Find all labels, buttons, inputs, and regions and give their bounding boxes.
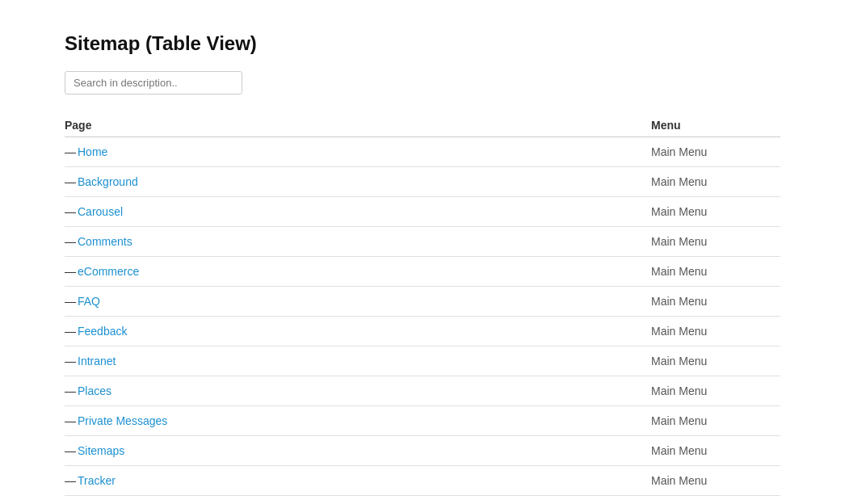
menu-cell: Main Menu bbox=[651, 287, 780, 317]
page-link[interactable]: eCommerce bbox=[78, 265, 139, 278]
dash-separator: — bbox=[65, 205, 76, 218]
table-row: —CommentsMain Menu bbox=[65, 227, 780, 257]
page-link[interactable]: Intranet bbox=[78, 355, 116, 368]
table-row: —IntranetMain Menu bbox=[65, 346, 780, 376]
page-cell: —eCommerce bbox=[65, 257, 651, 287]
dash-separator: — bbox=[65, 145, 76, 158]
page-cell: —Home bbox=[65, 137, 651, 167]
page-cell: —Private Messages bbox=[65, 406, 651, 436]
page-link[interactable]: Home bbox=[78, 145, 107, 158]
page-link[interactable]: Tracker bbox=[78, 474, 116, 487]
table-row: —FeedbackMain Menu bbox=[65, 317, 780, 346]
menu-cell: Main Menu bbox=[651, 406, 780, 436]
menu-cell: Main Menu bbox=[651, 167, 780, 197]
table-row: —FAQMain Menu bbox=[65, 287, 780, 317]
page-cell: —Feedback bbox=[65, 317, 651, 346]
dash-separator: — bbox=[65, 444, 76, 457]
col-header-page: Page bbox=[65, 114, 651, 137]
menu-cell: Main Menu bbox=[651, 376, 780, 406]
menu-cell: Main Menu bbox=[651, 137, 780, 167]
menu-cell: Main Menu bbox=[651, 436, 780, 466]
dash-separator: — bbox=[65, 175, 76, 188]
dash-separator: — bbox=[65, 384, 76, 397]
page-cell: —Places bbox=[65, 376, 651, 406]
table-row: —Private MessagesMain Menu bbox=[65, 406, 780, 436]
menu-cell: Main Menu bbox=[651, 227, 780, 257]
table-row: —BackgroundMain Menu bbox=[65, 167, 780, 197]
menu-cell: Main Menu bbox=[651, 496, 780, 505]
page-title: Sitemap (Table View) bbox=[65, 32, 780, 55]
dash-separator: — bbox=[65, 265, 76, 278]
page-cell: —FAQ bbox=[65, 287, 651, 317]
page-cell: —Tracker bbox=[65, 466, 651, 496]
table-row: —HomeMain Menu bbox=[65, 137, 780, 167]
table-row: —User NotesMain Menu bbox=[65, 496, 780, 505]
page-link[interactable]: Comments bbox=[78, 235, 132, 248]
page-cell: —Carousel bbox=[65, 197, 651, 227]
page-link[interactable]: Places bbox=[78, 384, 111, 397]
dash-separator: — bbox=[65, 295, 76, 308]
menu-cell: Main Menu bbox=[651, 257, 780, 287]
sitemap-table: Page Menu —HomeMain Menu—BackgroundMain … bbox=[65, 114, 780, 504]
page-cell: —Background bbox=[65, 167, 651, 197]
menu-cell: Main Menu bbox=[651, 466, 780, 496]
page-link[interactable]: Private Messages bbox=[78, 414, 167, 427]
menu-cell: Main Menu bbox=[651, 317, 780, 346]
dash-separator: — bbox=[65, 474, 76, 487]
col-header-menu: Menu bbox=[651, 114, 780, 137]
page-link[interactable]: Sitemaps bbox=[78, 444, 124, 457]
page-link[interactable]: Feedback bbox=[78, 325, 127, 338]
search-input[interactable] bbox=[65, 71, 242, 94]
dash-separator: — bbox=[65, 355, 76, 368]
table-row: —SitemapsMain Menu bbox=[65, 436, 780, 466]
menu-cell: Main Menu bbox=[651, 346, 780, 376]
menu-cell: Main Menu bbox=[651, 197, 780, 227]
page-link[interactable]: Carousel bbox=[78, 205, 123, 218]
table-row: —TrackerMain Menu bbox=[65, 466, 780, 496]
table-row: —eCommerceMain Menu bbox=[65, 257, 780, 287]
dash-separator: — bbox=[65, 325, 76, 338]
table-row: —PlacesMain Menu bbox=[65, 376, 780, 406]
page-container: Sitemap (Table View) Page Menu —HomeMain… bbox=[0, 0, 845, 504]
page-link[interactable]: Background bbox=[78, 175, 138, 188]
table-row: —CarouselMain Menu bbox=[65, 197, 780, 227]
page-cell: —Comments bbox=[65, 227, 651, 257]
page-cell: —Sitemaps bbox=[65, 436, 651, 466]
dash-separator: — bbox=[65, 414, 76, 427]
page-link[interactable]: FAQ bbox=[78, 295, 100, 308]
page-cell: —User Notes bbox=[65, 496, 651, 505]
dash-separator: — bbox=[65, 235, 76, 248]
page-cell: —Intranet bbox=[65, 346, 651, 376]
